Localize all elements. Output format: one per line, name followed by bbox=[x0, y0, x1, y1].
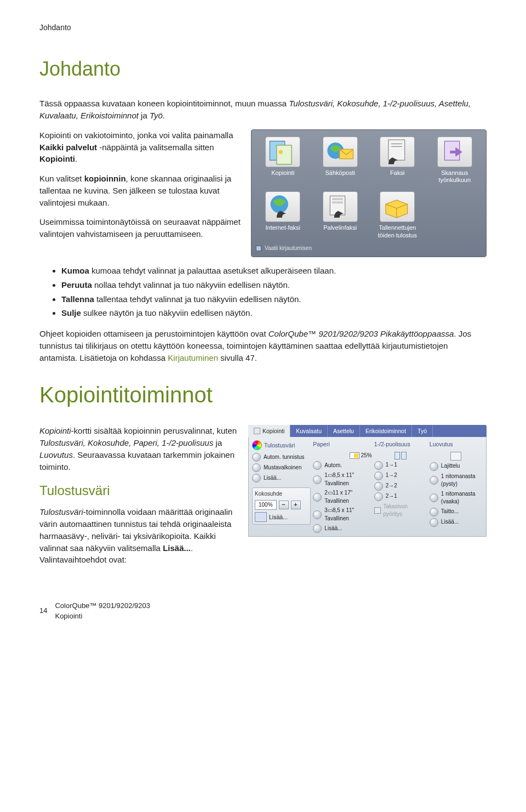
opt-1-2[interactable]: 1→2 bbox=[374, 472, 427, 480]
duplex-preview bbox=[374, 452, 427, 459]
tab-erikoistoiminnot[interactable]: Erikoistoiminnot bbox=[360, 425, 412, 437]
opt-taitto[interactable]: Taitto... bbox=[430, 508, 483, 516]
service-print[interactable]: Tallennettujen töiden tulostus bbox=[370, 189, 425, 241]
footer-model: ColorQube™ 9201/9202/9203 bbox=[55, 601, 150, 611]
service-label: Kopiointi bbox=[257, 169, 309, 177]
heading-kopiointitoiminnot: Kopiointitoiminnot bbox=[39, 379, 487, 411]
svg-point-2 bbox=[279, 150, 283, 154]
copy-tab-icon bbox=[254, 428, 260, 434]
copy-icon bbox=[265, 137, 300, 167]
service-label: Skannaus työnkulkuun bbox=[429, 169, 481, 184]
services-panel-screenshot: KopiointiSähköpostiFaksiSkannaus työnkul… bbox=[251, 129, 487, 257]
print-icon bbox=[380, 191, 415, 222]
opt-mustavalkoinen[interactable]: Mustavalkoinen bbox=[252, 463, 311, 472]
opt-lajittelu[interactable]: Lajittelu bbox=[430, 462, 483, 471]
output-icon bbox=[450, 452, 461, 461]
bullet-item: Sulje sulkee näytön ja tuo näkyviin edel… bbox=[61, 307, 487, 319]
opt-lisaa-color[interactable]: Lisää... bbox=[252, 474, 311, 482]
service-mail[interactable]: Sähköposti bbox=[313, 134, 368, 186]
running-header: Johdanto bbox=[39, 22, 487, 33]
opt-autom-tunnistus[interactable]: Autom. tunnistus bbox=[252, 453, 311, 462]
opt-paper-more[interactable]: Lisää... bbox=[313, 524, 371, 533]
tray-icon bbox=[350, 452, 359, 459]
col-tulostusvari: Tulostusväri Autom. tunnistus Mustavalko… bbox=[252, 440, 311, 533]
svg-rect-5 bbox=[388, 140, 405, 160]
col-luovutus: Luovutus Lajittelu 1 nitomanasta (pysty)… bbox=[430, 440, 483, 533]
guide-paragraph: Ohjeet kopioiden ottamiseen ja perustoim… bbox=[39, 328, 487, 364]
service-label: Faksi bbox=[371, 169, 424, 177]
para-scan: Kun valitset kopioinnin, kone skannaa or… bbox=[39, 173, 241, 208]
scan-icon bbox=[437, 137, 472, 167]
color-wheel-icon bbox=[252, 440, 262, 450]
sfax-icon bbox=[323, 191, 358, 222]
col-paperi: Paperi 25% Autom. 1▭8,5 x 11" Tavallinen… bbox=[313, 440, 371, 533]
zoom-value: 100% bbox=[255, 500, 277, 510]
opt-output-more[interactable]: Lisää... bbox=[430, 518, 483, 527]
service-label: Palvelinfaksi bbox=[315, 224, 367, 231]
ifax-icon bbox=[265, 191, 300, 222]
preview-thumbnail-icon bbox=[255, 512, 267, 522]
login-required-label: Vaatii kirjautumisen bbox=[265, 245, 312, 253]
tab-kuvalaatu[interactable]: Kuvalaatu bbox=[290, 425, 328, 437]
tab-kopiointi[interactable]: Kopiointi bbox=[248, 425, 290, 437]
service-copy[interactable]: Kopiointi bbox=[256, 134, 310, 186]
opt-paper-autom[interactable]: Autom. bbox=[313, 461, 371, 470]
page-number: 14 bbox=[39, 606, 47, 616]
svg-rect-11 bbox=[332, 198, 343, 200]
svg-rect-1 bbox=[277, 145, 291, 164]
opt-backrotate: Takasivun pyöritys bbox=[374, 503, 427, 519]
opt-2-2[interactable]: 2→2 bbox=[374, 482, 427, 491]
service-fax[interactable]: Faksi bbox=[370, 134, 425, 186]
bullet-item: Peruuta nollaa tehdyt valinnat ja tuo nä… bbox=[61, 279, 487, 291]
output-preview bbox=[430, 452, 483, 461]
col-puolisuus: 1-/2-puolisuus 1→1 1→2 2→2 2→1 Takasivun… bbox=[374, 440, 427, 533]
login-required-icon bbox=[256, 246, 261, 251]
copy-settings-panel-screenshot: KopiointiKuvalaatuAsetteluErikoistoiminn… bbox=[248, 425, 487, 537]
zoom-minus-button[interactable]: − bbox=[279, 501, 289, 509]
opt-2-1[interactable]: 2→1 bbox=[374, 492, 427, 501]
service-label: Tallennettujen töiden tulostus bbox=[371, 224, 424, 239]
mail-icon bbox=[323, 137, 358, 167]
login-link[interactable]: Kirjautuminen bbox=[168, 353, 218, 362]
heading-johdanto: Johdanto bbox=[39, 55, 487, 83]
opt-paper-1[interactable]: 1▭8,5 x 11" Tavallinen bbox=[313, 472, 371, 487]
tulostus-paragraph: Tulostusväri-toiminnolla voidaan määritt… bbox=[39, 506, 238, 566]
bullet-item: Tallenna tallentaa tehdyt valinnat ja tu… bbox=[61, 293, 487, 305]
service-label: Internet-faksi bbox=[257, 224, 309, 231]
opt-paper-3[interactable]: 3▭8,5 x 11" Tavallinen bbox=[313, 507, 371, 523]
service-sfax[interactable]: Palvelinfaksi bbox=[313, 189, 368, 241]
tab-työ[interactable]: Työ bbox=[412, 425, 433, 437]
paper-preview: 25% bbox=[313, 452, 371, 460]
footer-sub: Kopiointi bbox=[55, 611, 150, 622]
opt-1-1[interactable]: 1→1 bbox=[374, 461, 427, 470]
service-scan[interactable]: Skannaus työnkulkuun bbox=[428, 134, 482, 186]
opt-staple-landscape[interactable]: 1 nitomanasta (vaaka) bbox=[430, 490, 483, 506]
tab-asettelu[interactable]: Asettelu bbox=[328, 425, 360, 437]
para-buttons-intro: Useimmissa toimintonäytöissä on seuraava… bbox=[39, 216, 241, 240]
heading-tulostusvari: Tulostusväri bbox=[39, 481, 238, 501]
page-footer: 14 ColorQube™ 9201/9202/9203 Kopiointi bbox=[39, 601, 487, 622]
zoom-more-button[interactable]: Lisää... bbox=[269, 513, 288, 521]
action-buttons-list: Kumoa kumoaa tehdyt valinnat ja palautta… bbox=[39, 265, 487, 319]
service-ifax[interactable]: Internet-faksi bbox=[256, 189, 310, 241]
intro-paragraph: Tässä oppaassa kuvataan koneen kopiointi… bbox=[39, 98, 487, 122]
bullet-item: Kumoa kumoaa tehdyt valinnat ja palautta… bbox=[61, 265, 487, 277]
kokosuhde-box: Kokosuhde 100% − + Lisää... bbox=[252, 487, 311, 525]
svg-rect-12 bbox=[332, 201, 343, 203]
kortti-paragraph: Kopiointi-kortti sisältää kopioinnin per… bbox=[39, 425, 238, 473]
para-how-start: Kopiointi on vakiotoiminto, jonka voi va… bbox=[39, 129, 241, 165]
zoom-plus-button[interactable]: + bbox=[291, 501, 301, 509]
service-label: Sähköposti bbox=[315, 169, 367, 177]
opt-staple-portrait[interactable]: 1 nitomanasta (pysty) bbox=[430, 473, 483, 489]
fax-icon bbox=[380, 137, 415, 167]
opt-paper-2[interactable]: 2▭11 x 17" Tavallinen bbox=[313, 489, 371, 505]
